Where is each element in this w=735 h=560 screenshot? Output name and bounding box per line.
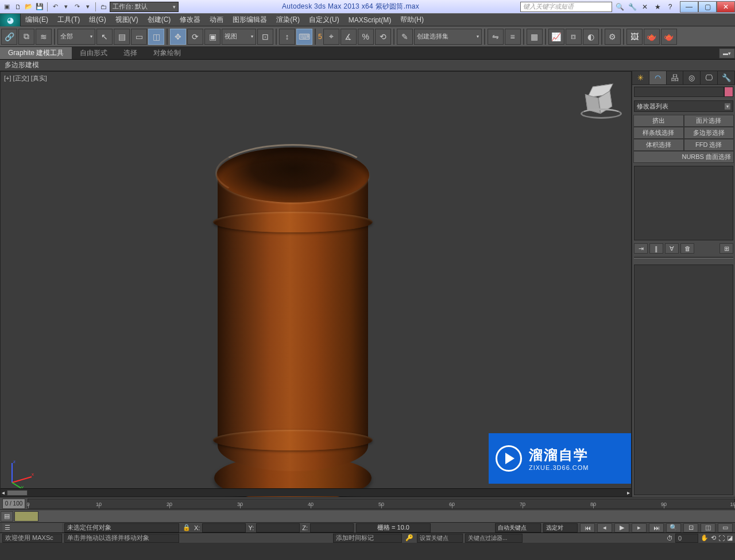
move-icon[interactable]: ✥ [170, 29, 186, 45]
snap-toggle-icon[interactable]: ⌖ [323, 29, 339, 45]
select-by-name-icon[interactable]: ▤ [114, 29, 130, 45]
layer-manager-icon[interactable]: ▦ [527, 29, 543, 45]
menu-rendering[interactable]: 渲染(R) [272, 14, 304, 26]
time-slider[interactable]: 0 / 100 0102030405060708090100 [0, 497, 735, 510]
tab-selection[interactable]: 选择 [115, 47, 145, 59]
select-region-rect-icon[interactable]: ▭ [131, 29, 147, 45]
viewport-label[interactable]: [+] [正交] [真实] [4, 74, 47, 83]
link-icon[interactable]: 🔗 [1, 29, 17, 45]
undo-dropdown-icon[interactable]: ▾ [61, 2, 71, 11]
nav-region-icon[interactable]: ▭ [718, 523, 733, 532]
menu-modifiers[interactable]: 修改器 [175, 14, 205, 26]
keyboard-shortcut-icon[interactable]: ⌨ [296, 29, 312, 45]
tab-hierarchy-icon[interactable]: 品 [667, 71, 684, 84]
menu-grapheditors[interactable]: 图形编辑器 [228, 14, 272, 26]
save-file-icon[interactable]: 💾 [35, 2, 44, 11]
bind-spacewarp-icon[interactable]: ≋ [36, 29, 52, 45]
time-config-icon[interactable]: ⏱ [667, 535, 673, 542]
lock-selection-icon[interactable]: 🔒 [181, 524, 192, 531]
scale-icon[interactable]: ▣ [204, 29, 220, 45]
z-input[interactable] [310, 523, 354, 532]
nav-zoom-icon[interactable]: 🔍 [666, 523, 681, 532]
mod-btn-nurbs-select[interactable]: NURBS 曲面选择 [633, 151, 734, 163]
manipulate-icon[interactable]: ↕ [279, 29, 295, 45]
maximize-button[interactable]: ▢ [698, 1, 717, 13]
tab-create-icon[interactable]: ✳ [632, 71, 649, 84]
play-prev-icon[interactable]: ◂ [597, 523, 612, 532]
viewcube[interactable] [581, 81, 622, 122]
named-selection-dropdown[interactable]: 创建选择集 [414, 29, 482, 45]
viewcube-compass-ring[interactable] [581, 108, 622, 119]
trackbar-key-area[interactable] [14, 511, 38, 522]
help-icon[interactable]: ? [665, 2, 675, 12]
mod-btn-patch-select[interactable]: 面片选择 [684, 115, 734, 127]
project-folder-icon[interactable]: 🗀 [99, 2, 108, 11]
redo-icon[interactable]: ↷ [72, 2, 82, 11]
schematic-view-icon[interactable]: ⧈ [566, 29, 582, 45]
open-file-icon[interactable]: 📂 [24, 2, 33, 11]
spinner-snap-icon[interactable]: ⟲ [375, 29, 391, 45]
scrollbar-thumb[interactable] [7, 490, 28, 496]
subscription-icon[interactable]: 🔧 [627, 2, 637, 12]
percent-snap-icon[interactable]: % [358, 29, 374, 45]
close-button[interactable]: ✕ [717, 1, 735, 13]
angle-snap-icon[interactable]: ∡ [341, 29, 357, 45]
menu-edit[interactable]: 编辑(E) [21, 14, 53, 26]
workspace-dropdown[interactable]: 工作台: 默认 [110, 2, 179, 12]
unlink-icon[interactable]: ⧉ [18, 29, 34, 45]
menu-views[interactable]: 视图(V) [111, 14, 143, 26]
exchange-icon[interactable]: ✕ [640, 2, 650, 12]
application-menu-icon[interactable]: ▣ [2, 2, 11, 11]
mod-btn-poly-select[interactable]: 多边形选择 [684, 127, 734, 139]
mod-btn-extrude[interactable]: 挤出 [633, 115, 684, 127]
play-icon[interactable]: ▶ [614, 523, 629, 532]
search-icon[interactable]: 🔍 [614, 2, 625, 12]
tab-object-paint[interactable]: 对象绘制 [145, 47, 189, 59]
time-slider-thumb[interactable]: 0 / 100 [2, 499, 25, 509]
mod-btn-ffd-select[interactable]: FFD 选择 [684, 139, 734, 151]
play-next-icon[interactable]: ▸ [632, 523, 647, 532]
play-end-icon[interactable]: ⏭ [649, 523, 664, 532]
scroll-right-icon[interactable]: ▸ [627, 489, 630, 496]
new-file-icon[interactable]: 🗋 [13, 2, 22, 11]
render-setup-icon[interactable]: ⚙ [605, 29, 621, 45]
tab-modify-icon[interactable]: ◠ [649, 71, 667, 84]
nav-pan-icon[interactable]: ✋ [701, 534, 709, 542]
time-ruler[interactable]: 0102030405060708090100 [28, 499, 735, 509]
nav-fov-icon[interactable]: ◫ [701, 523, 715, 532]
modifier-stack[interactable] [634, 166, 733, 240]
setkey-button[interactable]: 设置关键点 [417, 534, 463, 543]
scroll-left-icon[interactable]: ◂ [2, 489, 5, 496]
menu-animation[interactable]: 动画 [205, 14, 228, 26]
remove-modifier-icon[interactable]: 🗑 [680, 243, 694, 254]
nav-maximize-icon[interactable]: ⛶ [718, 535, 725, 542]
rotate-icon[interactable]: ⟳ [187, 29, 203, 45]
selection-filter-dropdown[interactable]: 全部 [57, 29, 95, 45]
ref-coord-dropdown[interactable]: 视图 [222, 29, 256, 45]
menu-group[interactable]: 组(G) [84, 14, 110, 26]
ribbon-panel-title[interactable]: 多边形建模 [0, 60, 735, 71]
object-name-input[interactable] [634, 87, 724, 97]
modifier-list-dropdown[interactable]: 修改器列表 [634, 100, 733, 112]
search-input[interactable]: 键入关键字或短语 [520, 2, 612, 12]
show-end-result-icon[interactable]: ‖ [649, 243, 663, 254]
menu-tools[interactable]: 工具(T) [53, 14, 84, 26]
pivot-center-icon[interactable]: ⊡ [257, 29, 273, 45]
favorites-icon[interactable]: ★ [652, 2, 663, 12]
ribbon-collapse-button[interactable]: ▬▾ [719, 48, 735, 59]
select-object-icon[interactable]: ↖ [96, 29, 113, 45]
material-editor-icon[interactable]: ◐ [583, 29, 599, 45]
tab-utilities-icon[interactable]: 🔧 [718, 71, 735, 84]
nav-corner-icon[interactable]: ◪ [727, 534, 733, 542]
nav-orbit-icon[interactable]: ⟲ [711, 534, 716, 542]
align-icon[interactable]: ≡ [505, 29, 521, 45]
menu-create[interactable]: 创建(C) [143, 14, 176, 26]
selected-filter[interactable]: 选定对 [543, 523, 578, 532]
track-bar[interactable]: ▤ [0, 510, 735, 522]
redo-dropdown-icon[interactable]: ▾ [83, 2, 92, 11]
play-start-icon[interactable]: ⏮ [580, 523, 595, 532]
render-frame-icon[interactable]: 🖼 [626, 29, 643, 45]
curve-editor-icon[interactable]: 📈 [548, 29, 564, 45]
tab-display-icon[interactable]: 🖵 [701, 71, 718, 84]
mod-btn-vol-select[interactable]: 体积选择 [633, 139, 684, 151]
